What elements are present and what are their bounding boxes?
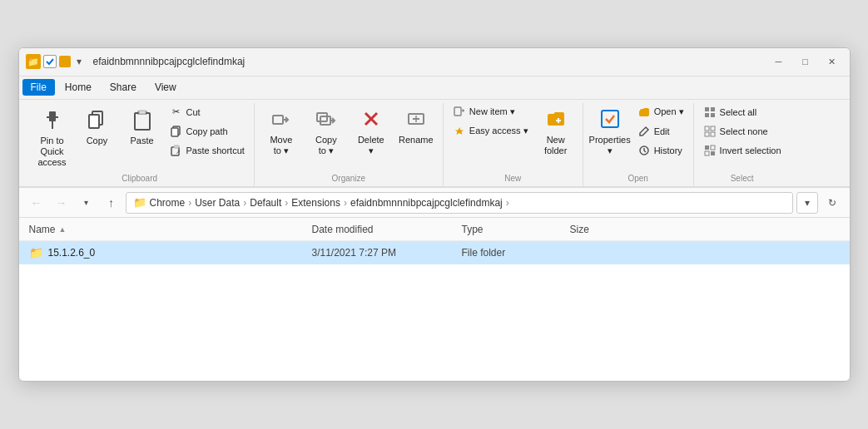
paste-large-button[interactable]: Paste [121, 103, 164, 160]
delete-icon [360, 107, 383, 133]
menu-home[interactable]: Home [57, 79, 100, 96]
history-icon [637, 144, 651, 157]
rename-icon [404, 107, 428, 133]
col-type[interactable]: Type [462, 224, 570, 235]
maximize-btn[interactable]: □ [795, 51, 816, 72]
select-label: Select [699, 174, 786, 185]
open-button[interactable]: Open ▾ [633, 103, 688, 121]
copy-to-button[interactable]: Copyto ▾ [305, 103, 348, 160]
file-date: 3/11/2021 7:27 PM [312, 247, 396, 259]
recent-locations-button[interactable]: ▾ [76, 192, 97, 214]
ribbon-group-open: Properties▾ Open ▾ [583, 103, 694, 187]
properties-button[interactable]: Properties▾ [588, 103, 632, 160]
svg-rect-35 [711, 132, 715, 136]
open-small-col: Open ▾ Edit [633, 103, 688, 160]
up-button[interactable]: ↑ [101, 192, 122, 214]
path-part-3: Default [250, 197, 281, 209]
invert-selection-icon [703, 144, 717, 157]
col-date[interactable]: Date modified [312, 224, 462, 235]
address-path-box[interactable]: 📁 Chrome › User Data › Default › Extensi… [126, 192, 793, 214]
ribbon-group-new: New item ▾ Easy access ▾ [444, 103, 583, 187]
col-date-label: Date modified [312, 224, 374, 235]
select-none-button[interactable]: Select none [699, 122, 786, 141]
svg-rect-7 [139, 111, 146, 114]
path-part-4: Extensions [291, 197, 340, 209]
minimize-btn[interactable]: ─ [768, 51, 790, 72]
move-to-button[interactable]: Moveto ▾ [260, 103, 303, 160]
back-button[interactable]: ← [26, 192, 47, 214]
easy-access-button[interactable]: Easy access ▾ [449, 122, 533, 141]
copy-path-icon [170, 125, 183, 138]
svg-rect-21 [454, 107, 461, 116]
ribbon: Pin to Quick access Copy [19, 100, 850, 189]
file-name-col: 📁 15.1.2.6_0 [29, 246, 312, 259]
svg-rect-31 [711, 113, 715, 117]
address-dropdown[interactable]: ▾ [796, 192, 818, 214]
path-part-5: efaidnbmnnnibpcajpcglclefindmkaj [350, 197, 503, 209]
new-folder-button[interactable]: Newfolder [534, 103, 578, 160]
forward-button[interactable]: → [51, 192, 72, 214]
sort-arrow: ▲ [59, 225, 67, 234]
sep-2: › [243, 197, 246, 209]
rename-button[interactable]: Rename [394, 103, 438, 160]
new-item-label: New item ▾ [469, 106, 515, 117]
history-button[interactable]: History [633, 141, 688, 160]
paste-icon [129, 107, 156, 134]
svg-rect-34 [705, 132, 709, 136]
menu-share[interactable]: Share [102, 79, 145, 96]
close-btn[interactable]: ✕ [821, 51, 843, 72]
svg-rect-6 [135, 113, 150, 130]
title-checkbox[interactable] [43, 55, 57, 68]
svg-rect-33 [711, 126, 715, 131]
file-date-col: 3/11/2021 7:27 PM [312, 247, 462, 259]
invert-selection-button[interactable]: Invert selection [699, 141, 786, 160]
ribbon-group-clipboard: Pin to Quick access Copy [26, 103, 255, 187]
copy-path-button[interactable]: Copy path [166, 122, 249, 141]
table-row[interactable]: 📁 15.1.2.6_0 3/11/2021 7:27 PM File fold… [19, 241, 850, 264]
svg-rect-28 [705, 107, 709, 111]
refresh-button[interactable]: ↻ [821, 192, 843, 214]
sep-4: › [344, 197, 347, 209]
paste-shortcut-button[interactable]: ↗ Paste shortcut [166, 141, 249, 160]
copy-to-icon [315, 107, 338, 133]
address-bar: ← → ▾ ↑ 📁 Chrome › User Data › Default ›… [19, 188, 850, 218]
delete-button[interactable]: Delete▾ [350, 103, 393, 160]
menu-view[interactable]: View [146, 79, 185, 96]
pin-icon [39, 107, 66, 134]
clipboard-label: Clipboard [31, 174, 249, 185]
new-folder-label: Newfolder [544, 135, 568, 156]
svg-rect-4 [89, 115, 99, 128]
select-none-label: Select none [720, 126, 768, 136]
path-folder-icon: 📁 [133, 196, 146, 209]
copy-to-label: Copyto ▾ [315, 135, 337, 156]
svg-rect-9 [171, 128, 178, 136]
file-list-empty [19, 264, 850, 381]
cut-button[interactable]: ✂ Cut [166, 103, 249, 121]
copy-large-label: Copy [87, 136, 108, 146]
col-name[interactable]: Name ▲ [29, 224, 312, 235]
svg-rect-30 [705, 113, 709, 117]
open-label: Open [588, 174, 688, 185]
file-type-col: File folder [462, 247, 570, 259]
svg-rect-1 [52, 121, 53, 129]
copy-path-label: Copy path [186, 126, 228, 136]
copy-large-button[interactable]: Copy [76, 103, 119, 160]
folder-icon: 📁 [29, 246, 43, 259]
col-size[interactable]: Size [570, 224, 653, 235]
edit-button[interactable]: Edit [633, 122, 688, 141]
pin-quick-access-button[interactable]: Pin to Quick access [31, 103, 74, 171]
path-part-1: Chrome [150, 197, 186, 209]
file-type: File folder [462, 247, 506, 259]
title-dropdown[interactable]: ▾ [73, 56, 85, 67]
new-item-button[interactable]: New item ▾ [449, 103, 533, 121]
svg-rect-37 [711, 145, 715, 150]
select-all-button[interactable]: Select all [699, 103, 786, 121]
svg-text:↗: ↗ [176, 149, 181, 155]
select-col: Select all Select none [699, 103, 786, 160]
menu-file[interactable]: File [22, 79, 55, 96]
rename-label: Rename [399, 135, 434, 145]
title-icon-small [59, 56, 71, 67]
organize-content: Moveto ▾ Copyto ▾ [260, 103, 438, 171]
select-content: Select all Select none [699, 103, 786, 171]
explorer-window: 📁 ▾ efaidnbmnnnibpcajpcglclefindmkaj ─ □… [18, 47, 851, 382]
